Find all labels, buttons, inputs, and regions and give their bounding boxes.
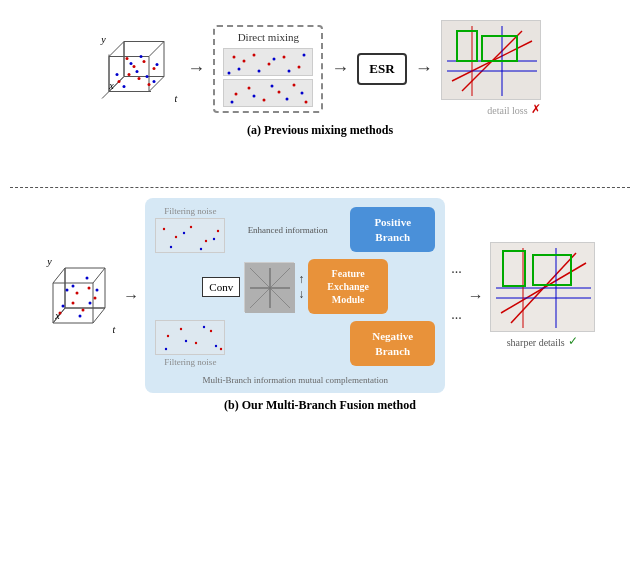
bottom-caption: (b) Our Multi-Branch Fusion method — [224, 398, 416, 413]
svg-point-68 — [76, 292, 79, 295]
svg-point-33 — [258, 69, 261, 72]
svg-point-45 — [231, 100, 234, 103]
conv-label: Conv — [209, 281, 233, 293]
svg-point-66 — [72, 302, 75, 305]
point-cloud-svg-top — [99, 34, 179, 109]
svg-point-72 — [79, 315, 82, 318]
bottom-section: y x t — [10, 192, 630, 413]
negative-branch-button[interactable]: Negative Branch — [350, 321, 435, 366]
conv-box: Conv — [202, 277, 240, 297]
svg-point-85 — [183, 232, 185, 234]
mixing-image-bottom — [223, 79, 313, 107]
svg-rect-78 — [156, 219, 225, 253]
esr-box: ESR — [357, 53, 406, 85]
feature-exchange-label: Feature Exchange Module — [327, 268, 369, 305]
svg-point-19 — [156, 63, 159, 66]
conv-area: Conv — [202, 275, 240, 299]
svg-point-13 — [126, 57, 129, 60]
vertical-arrows-area: ↑ ↓ — [298, 272, 304, 302]
check-icon: ✓ — [568, 334, 578, 349]
point-cloud-top: y x t — [99, 29, 179, 109]
svg-point-32 — [238, 67, 241, 70]
axis-t-top: t — [175, 93, 178, 104]
enhanced-info-label: Enhanced information — [248, 225, 328, 235]
svg-point-81 — [190, 226, 192, 228]
arrow-to-result-top: → — [415, 58, 433, 79]
axis-x-bottom: x — [55, 310, 59, 321]
svg-point-100 — [185, 340, 187, 342]
top-section: y x t — [10, 8, 630, 183]
svg-point-20 — [116, 73, 119, 76]
svg-line-22 — [102, 91, 109, 98]
svg-point-99 — [165, 348, 167, 350]
svg-point-101 — [203, 326, 205, 328]
svg-point-9 — [133, 65, 136, 68]
positive-branch-label: Positive Branch — [374, 216, 411, 242]
positive-branch-button[interactable]: Positive Branch — [350, 207, 435, 252]
svg-marker-2 — [124, 41, 164, 76]
svg-point-43 — [293, 83, 296, 86]
arrow-to-branch-container: → — [123, 287, 139, 305]
svg-point-84 — [170, 246, 172, 248]
svg-marker-0 — [109, 76, 164, 91]
right-result: sharper details ✓ — [490, 242, 595, 349]
svg-point-47 — [271, 84, 274, 87]
point-cloud-svg-bottom — [45, 248, 117, 343]
svg-point-35 — [288, 69, 291, 72]
top-caption: (a) Previous mixing methods — [247, 123, 393, 138]
svg-point-69 — [88, 287, 91, 290]
svg-point-95 — [180, 328, 182, 330]
event-image-top — [155, 218, 225, 253]
bottom-branch-row: Filtering noise Negative Branch — [155, 320, 435, 367]
svg-point-39 — [235, 92, 238, 95]
svg-point-82 — [205, 240, 207, 242]
svg-point-41 — [263, 98, 266, 101]
event-image-bottom — [155, 320, 225, 355]
filtering-noise-top-label: Filtering noise — [164, 206, 216, 216]
axis-y-bottom: y — [47, 256, 51, 267]
arrow-to-mixing: → — [187, 58, 205, 79]
svg-point-44 — [305, 100, 308, 103]
enhanced-info-area: Enhanced information — [248, 225, 328, 235]
svg-point-36 — [303, 53, 306, 56]
svg-point-77 — [62, 305, 65, 308]
branch-container: Filtering noise — [145, 198, 445, 393]
svg-point-46 — [253, 94, 256, 97]
mixing-image-top — [223, 48, 313, 76]
axis-y-top: y — [101, 34, 105, 45]
dots-top: ··· — [451, 265, 462, 281]
svg-point-75 — [86, 277, 89, 280]
svg-point-27 — [243, 59, 246, 62]
top-branch-row: Filtering noise — [155, 206, 435, 253]
svg-point-17 — [130, 62, 133, 65]
figure-container: y x t — [0, 0, 640, 577]
svg-line-63 — [93, 268, 105, 283]
svg-point-16 — [146, 75, 149, 78]
svg-point-67 — [82, 309, 85, 312]
top-flow: y x t — [10, 20, 630, 117]
svg-point-97 — [210, 330, 212, 332]
result-image-bottom — [490, 242, 595, 332]
bottom-flow: y x t — [10, 198, 630, 393]
svg-point-21 — [153, 80, 156, 83]
bottom-left-images: Filtering noise — [155, 320, 225, 367]
arrow-down: ↓ — [298, 287, 304, 302]
dots-column: ··· ··· — [451, 265, 462, 327]
result-image-top — [441, 20, 541, 100]
section-divider — [10, 187, 630, 188]
grayscale-image — [244, 262, 294, 312]
svg-point-71 — [66, 289, 69, 292]
svg-line-4 — [149, 41, 164, 56]
middle-branch-row: Conv ↑ ↓ — [155, 259, 435, 314]
svg-point-10 — [143, 60, 146, 63]
svg-point-73 — [89, 302, 92, 305]
axis-t-bottom: t — [112, 324, 115, 335]
svg-point-14 — [123, 85, 126, 88]
arrow-to-result-bottom: → — [468, 287, 484, 305]
filtering-noise-bottom-label: Filtering noise — [164, 357, 216, 367]
direct-mixing-box: Direct mixing — [213, 25, 323, 113]
svg-point-42 — [278, 90, 281, 93]
svg-point-26 — [233, 55, 236, 58]
svg-point-87 — [213, 238, 215, 240]
feature-exchange-button[interactable]: Feature Exchange Module — [308, 259, 388, 314]
